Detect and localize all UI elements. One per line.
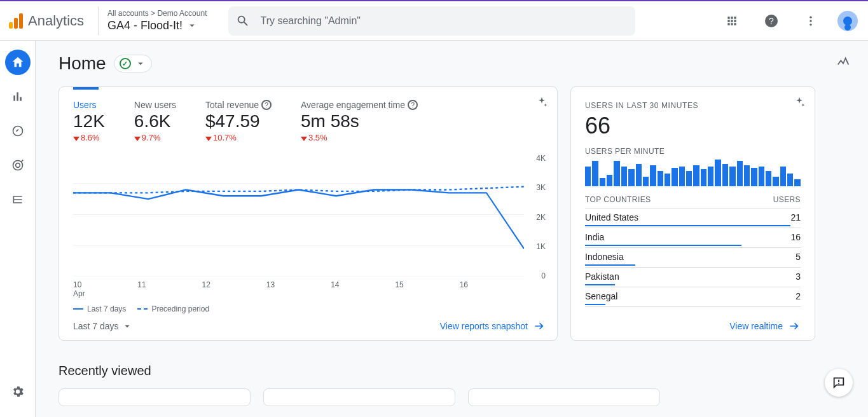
analytics-logo[interactable]: Analytics <box>9 13 84 29</box>
snapshot-link-label: View reports snapshot <box>440 321 528 331</box>
explore-icon <box>11 125 24 137</box>
metric-total-revenue[interactable]: Total revenue ?$47.5910.7% <box>205 96 272 142</box>
arrow-right-icon <box>533 320 546 332</box>
country-users: 2 <box>796 291 801 305</box>
page-title: Home <box>59 53 106 74</box>
bar-chart-icon <box>11 90 24 103</box>
header-actions: ? <box>719 8 863 34</box>
metric-value: 12K <box>73 111 105 132</box>
nav-reports[interactable] <box>5 84 31 109</box>
search-placeholder: Try searching "Admin" <box>260 15 360 27</box>
left-nav <box>0 41 36 417</box>
users-column-label: USERS <box>773 195 801 204</box>
property-name: GA4 - Flood-It! <box>107 18 183 33</box>
help-icon: ? <box>261 100 272 110</box>
nav-advertising[interactable] <box>5 153 31 178</box>
svg-point-4 <box>809 24 811 25</box>
metric-value: 5m 58s <box>301 111 418 132</box>
arrow-down-icon <box>134 135 141 141</box>
insights-button[interactable] <box>836 55 850 69</box>
country-row: Pakistan3 <box>585 268 801 287</box>
svg-point-3 <box>809 20 811 22</box>
country-row: Senegal2 <box>585 287 801 307</box>
view-realtime-label: View realtime <box>729 321 783 331</box>
nav-home[interactable] <box>5 50 31 75</box>
overflow-menu-button[interactable] <box>798 8 823 34</box>
top-countries-table: United States21India16Indonesia5Pakistan… <box>585 208 801 307</box>
nav-explore[interactable] <box>5 118 31 144</box>
overview-card: Users12K8.6%New users6.6K9.7%Total reven… <box>59 86 558 341</box>
help-button[interactable]: ? <box>759 8 784 34</box>
country-row: United States21 <box>585 208 801 228</box>
metric-label: Users <box>73 100 105 110</box>
metric-new-users[interactable]: New users6.6K9.7% <box>134 96 176 142</box>
data-quality-chip[interactable]: ✓ <box>114 55 152 72</box>
apps-icon <box>726 15 738 27</box>
recently-viewed-card[interactable] <box>263 388 455 406</box>
legend-current: Last 7 days <box>87 304 126 313</box>
realtime-users-value: 66 <box>585 113 801 139</box>
date-range-label: Last 7 days <box>73 321 119 331</box>
recently-viewed-card[interactable] <box>59 388 251 406</box>
search-input[interactable]: Try searching "Admin" <box>228 6 635 36</box>
account-breadcrumb: All accounts > Demo Account <box>107 9 207 18</box>
list-icon <box>11 193 24 206</box>
country-name: Indonesia <box>585 252 796 266</box>
account-avatar[interactable] <box>837 11 858 31</box>
metric-value: $47.59 <box>205 111 272 132</box>
line-chart-svg <box>73 153 524 277</box>
metric-average-engagement-time[interactable]: Average engagement time ?5m 58s3.5% <box>301 96 418 142</box>
ask-intelligence-button[interactable] <box>793 96 806 109</box>
check-circle-icon: ✓ <box>120 58 131 69</box>
target-icon <box>11 159 24 172</box>
metrics-row: Users12K8.6%New users6.6K9.7%Total reven… <box>73 96 546 142</box>
recently-viewed-card[interactable] <box>468 388 660 406</box>
svg-point-7 <box>15 163 20 168</box>
recently-viewed-row <box>59 388 850 406</box>
chevron-down-icon <box>135 58 146 69</box>
nav-configure[interactable] <box>5 187 31 212</box>
users-per-minute-chart <box>585 160 801 186</box>
metric-label: New users <box>134 100 176 110</box>
analytics-logo-icon <box>9 13 23 29</box>
more-vert-icon <box>804 15 817 27</box>
sparkle-icon <box>793 96 806 109</box>
users-per-minute-label: USERS PER MINUTE <box>585 147 801 156</box>
date-range-dropdown[interactable]: Last 7 days <box>73 320 133 332</box>
metric-delta: 8.6% <box>73 133 105 142</box>
search-icon <box>236 14 250 28</box>
country-name: United States <box>585 212 790 226</box>
feedback-button[interactable] <box>825 369 853 397</box>
country-name: Pakistan <box>585 271 796 285</box>
feedback-icon <box>832 376 846 390</box>
sparkle-icon <box>535 96 548 109</box>
chevron-down-icon <box>121 320 133 332</box>
country-row: Indonesia5 <box>585 248 801 268</box>
country-users: 21 <box>790 212 801 226</box>
country-users: 3 <box>796 271 801 285</box>
analytics-product-name: Analytics <box>28 13 84 29</box>
view-reports-snapshot-link[interactable]: View reports snapshot <box>440 320 546 332</box>
arrow-down-icon <box>205 135 212 141</box>
metric-users[interactable]: Users12K8.6% <box>73 96 105 142</box>
app-header: Analytics All accounts > Demo Account GA… <box>0 1 868 41</box>
country-name: Senegal <box>585 291 796 305</box>
gear-icon <box>11 385 25 399</box>
ask-intelligence-button[interactable] <box>535 96 548 109</box>
arrow-down-icon <box>301 135 307 141</box>
account-switcher[interactable]: All accounts > Demo Account GA4 - Flood-… <box>98 6 218 36</box>
nav-admin[interactable] <box>5 379 31 404</box>
users-line-chart: 10111213141516 Apr 4K3K2K1K0 <box>73 153 546 298</box>
chart-legend: Last 7 days Preceding period <box>73 304 546 313</box>
help-icon: ? <box>408 100 418 110</box>
metric-delta: 10.7% <box>205 133 272 142</box>
chart-x-label: Apr <box>73 289 524 298</box>
view-realtime-link[interactable]: View realtime <box>729 320 801 332</box>
page-header: Home ✓ <box>59 53 850 74</box>
page-content: Home ✓ Users12K8.6%New users6.6K9.7%Tota… <box>36 41 868 417</box>
apps-button[interactable] <box>719 8 745 34</box>
metric-label: Average engagement time ? <box>301 100 418 110</box>
realtime-heading: USERS IN LAST 30 MINUTES <box>585 101 801 110</box>
country-users: 5 <box>796 252 801 266</box>
recently-viewed-title: Recently viewed <box>59 364 850 378</box>
